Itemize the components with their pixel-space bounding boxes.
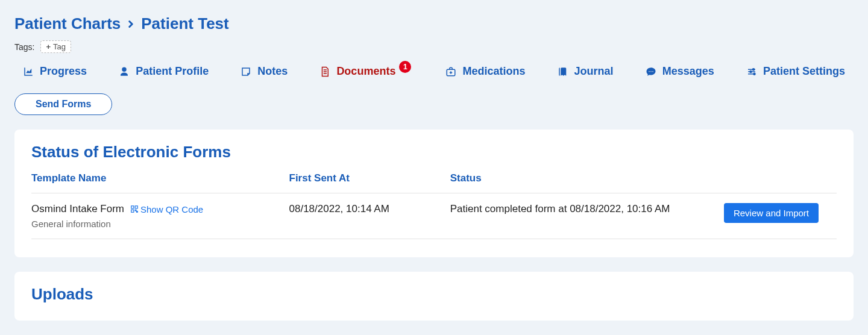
book-icon — [558, 66, 568, 77]
svg-point-6 — [753, 73, 755, 75]
qr-code-icon — [130, 205, 139, 213]
tab-medications[interactable]: Medications — [445, 65, 525, 78]
tab-progress[interactable]: Progress — [23, 65, 87, 78]
svg-rect-8 — [135, 206, 137, 208]
tab-documents-label: Documents — [336, 65, 395, 78]
tab-notes[interactable]: Notes — [241, 65, 288, 78]
svg-point-4 — [752, 68, 754, 70]
medkit-icon — [445, 66, 456, 77]
svg-rect-11 — [137, 211, 138, 213]
table-row: Osmind Intake Form Show QR Code General … — [31, 193, 837, 239]
send-forms-button[interactable]: Send Forms — [14, 93, 112, 115]
tab-notes-label: Notes — [257, 65, 288, 78]
tab-progress-label: Progress — [40, 65, 87, 78]
uploads-card: Uploads — [14, 272, 854, 321]
tabs: Progress Patient Profile Notes Documents… — [14, 65, 854, 78]
chat-icon — [646, 66, 656, 77]
user-icon — [119, 66, 130, 77]
svg-point-1 — [649, 70, 650, 72]
col-header-template: Template Name — [31, 172, 289, 193]
forms-table: Template Name First Sent At Status Osmin… — [31, 172, 837, 239]
template-subtext: General information — [31, 219, 289, 229]
show-qr-code-link[interactable]: Show QR Code — [130, 204, 203, 214]
breadcrumb-root-link[interactable]: Patient Charts — [14, 14, 121, 33]
status-cell: Patient completed form at 08/18/2022, 10… — [450, 193, 724, 239]
add-tag-button[interactable]: + Tag — [40, 40, 71, 53]
svg-point-5 — [750, 70, 752, 72]
breadcrumb: Patient Charts Patient Test — [14, 14, 854, 33]
plus-icon: + — [46, 42, 51, 51]
forms-status-card: Status of Electronic Forms Template Name… — [14, 130, 854, 257]
svg-rect-10 — [135, 210, 136, 211]
tab-profile-label: Patient Profile — [136, 65, 209, 78]
tab-patient-settings[interactable]: Patient Settings — [746, 65, 845, 78]
sliders-icon — [746, 66, 757, 77]
col-header-action — [724, 172, 837, 193]
tab-settings-label: Patient Settings — [763, 65, 845, 78]
breadcrumb-current: Patient Test — [141, 14, 228, 33]
tab-journal[interactable]: Journal — [558, 65, 614, 78]
svg-rect-9 — [131, 210, 134, 212]
tab-messages[interactable]: Messages — [646, 65, 714, 78]
sticky-note-icon — [241, 66, 251, 77]
tab-documents[interactable]: Documents 1 — [319, 65, 414, 78]
uploads-title: Uploads — [31, 285, 837, 304]
svg-point-2 — [650, 70, 652, 72]
tags-row: Tags: + Tag — [14, 40, 854, 53]
add-tag-label: Tag — [53, 42, 66, 51]
tab-journal-label: Journal — [574, 65, 614, 78]
first-sent-cell: 08/18/2022, 10:14 AM — [289, 193, 450, 239]
show-qr-code-label: Show QR Code — [140, 204, 203, 214]
svg-rect-7 — [131, 206, 134, 208]
col-header-status: Status — [450, 172, 724, 193]
forms-status-title: Status of Electronic Forms — [31, 143, 837, 161]
tab-medications-label: Medications — [462, 65, 525, 78]
tab-messages-label: Messages — [662, 65, 714, 78]
tags-label: Tags: — [14, 42, 34, 52]
review-and-import-button[interactable]: Review and Import — [724, 203, 819, 223]
chevron-right-icon — [125, 19, 136, 30]
svg-point-3 — [652, 70, 653, 72]
tab-patient-profile[interactable]: Patient Profile — [119, 65, 209, 78]
col-header-first-sent: First Sent At — [289, 172, 450, 193]
chart-area-icon — [23, 66, 34, 77]
document-icon — [319, 66, 330, 77]
template-name: Osmind Intake Form — [31, 203, 124, 215]
documents-badge: 1 — [399, 61, 411, 73]
